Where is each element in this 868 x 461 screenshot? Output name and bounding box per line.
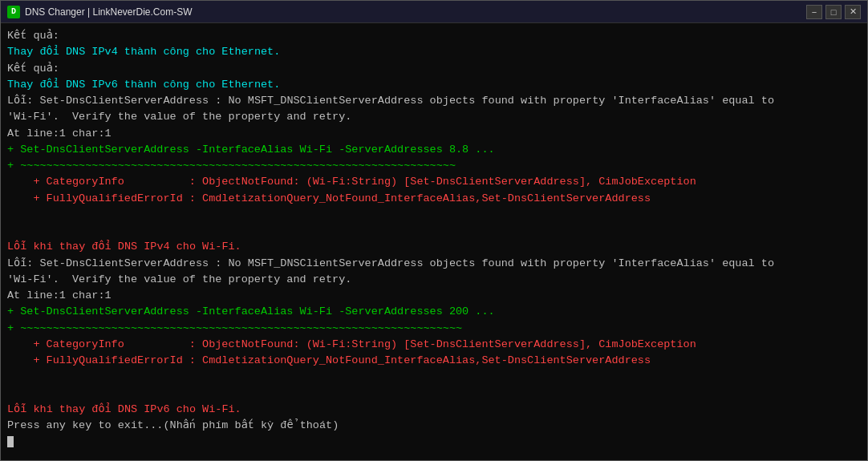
maximize-button[interactable]: □ (825, 5, 842, 19)
console-line: + Set-DnsClientServerAddress -InterfaceA… (7, 142, 861, 158)
title-bar: D DNS Changer | LinkNeverDie.Com-SW − □ … (1, 1, 867, 23)
console-blank (7, 207, 861, 223)
console-blank (7, 369, 861, 385)
minimize-button[interactable]: − (806, 5, 822, 19)
console-line: + FullyQualifiedErrorId : CmdletizationQ… (7, 353, 861, 369)
title-bar-left: D DNS Changer | LinkNeverDie.Com-SW (7, 6, 193, 18)
console-line: Lỗi: Set-DnsClientServerAddress : No MSF… (7, 256, 861, 272)
console-line: + ~~~~~~~~~~~~~~~~~~~~~~~~~~~~~~~~~~~~~~… (7, 321, 861, 337)
console-line: + CategoryInfo : ObjectNotFound: (Wi-Fi:… (7, 174, 861, 190)
window-title: DNS Changer | LinkNeverDie.Com-SW (25, 6, 193, 18)
console-line: Lỗi: Set-DnsClientServerAddress : No MSF… (7, 93, 861, 109)
console-line: + FullyQualifiedErrorId : CmdletizationQ… (7, 191, 861, 207)
console-line: 'Wi-Fi'. Verify the value of the propert… (7, 272, 861, 288)
console-line: At line:1 char:1 (7, 288, 861, 304)
console-line: At line:1 char:1 (7, 126, 861, 142)
title-bar-controls: − □ ✕ (806, 5, 861, 19)
console-line: + Set-DnsClientServerAddress -InterfaceA… (7, 304, 861, 320)
app-icon: D (7, 6, 20, 18)
console-line: Lỗi khi thay đổi DNS IPv4 cho Wi-Fi. (7, 239, 861, 255)
console-cursor-line (7, 434, 861, 450)
console-line: Thay đổi DNS IPv6 thành công cho Etherne… (7, 77, 861, 93)
console-line: + CategoryInfo : ObjectNotFound: (Wi-Fi:… (7, 337, 861, 353)
console-line: 'Wi-Fi'. Verify the value of the propert… (7, 109, 861, 125)
console-blank (7, 223, 861, 239)
cursor-blink (7, 436, 14, 447)
console-line: Kết quả: (7, 61, 861, 77)
console-line: Lỗi khi thay đổi DNS IPv6 cho Wi-Fi. (7, 402, 861, 418)
close-button[interactable]: ✕ (845, 5, 861, 19)
console-blank (7, 386, 861, 402)
console-line: Kết quả: (7, 28, 861, 44)
console-line: Press any key to exit...(Nhấn phím bất k… (7, 418, 861, 434)
main-window: D DNS Changer | LinkNeverDie.Com-SW − □ … (0, 0, 868, 461)
console-output: Kết quả: Thay đổi DNS IPv4 thành công ch… (1, 23, 867, 460)
console-line: Thay đổi DNS IPv4 thành công cho Etherne… (7, 44, 861, 60)
console-line: + ~~~~~~~~~~~~~~~~~~~~~~~~~~~~~~~~~~~~~~… (7, 158, 861, 174)
